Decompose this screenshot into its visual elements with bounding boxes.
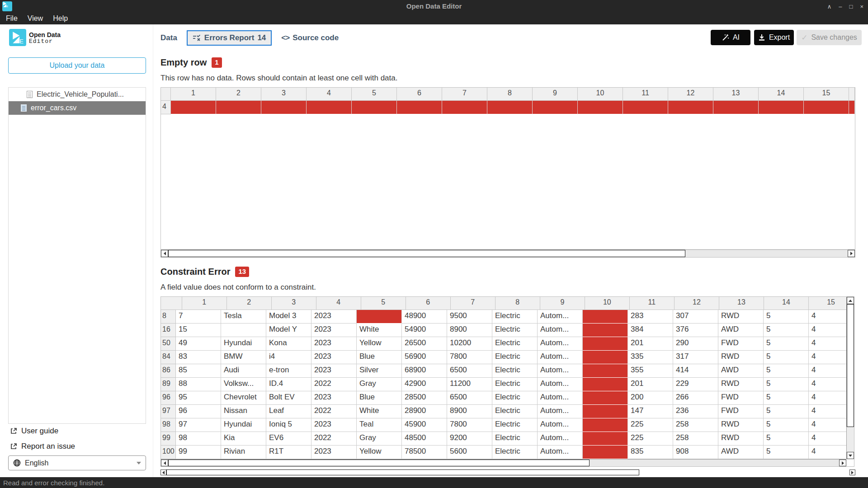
table-cell[interactable]: 88 [176, 378, 221, 391]
table-cell[interactable]: Autom... [538, 432, 583, 446]
table-cell[interactable]: Autom... [538, 418, 583, 432]
table-cell[interactable]: Autom... [538, 337, 583, 351]
close-icon[interactable]: × [860, 4, 863, 9]
table-cell[interactable]: 201 [628, 378, 673, 391]
table-cell[interactable]: 83 [176, 351, 221, 364]
table-cell[interactable]: Autom... [538, 324, 583, 337]
table-cell[interactable]: Gray [357, 378, 402, 391]
table-cell[interactable]: 266 [673, 391, 718, 405]
table-cell[interactable]: Hyundai [221, 337, 266, 351]
table-cell[interactable]: Autom... [538, 391, 583, 405]
error-cell[interactable] [583, 418, 628, 432]
table-cell[interactable]: Ioniq 5 [266, 418, 311, 432]
table-cell[interactable]: 5600 [447, 446, 492, 459]
table-cell[interactable]: Kia [221, 432, 266, 446]
table-cell[interactable]: 56900 [402, 351, 447, 364]
row-header[interactable]: 99 [161, 432, 176, 446]
table-cell[interactable]: Chevrolet [221, 391, 266, 405]
table-cell[interactable]: Electric [492, 446, 538, 459]
table-cell[interactable]: 835 [628, 446, 673, 459]
table-cell[interactable]: 5 [764, 405, 809, 418]
table-cell[interactable]: 2023 [311, 418, 357, 432]
table-cell[interactable]: 225 [628, 418, 673, 432]
scroll-left-button[interactable] [160, 469, 166, 475]
tab-source-code[interactable]: <> Source code [281, 33, 339, 42]
table-cell[interactable]: 9200 [447, 432, 492, 446]
scroll-down-button[interactable] [847, 452, 854, 459]
error-cell[interactable] [216, 101, 261, 114]
table-cell[interactable]: 2022 [311, 432, 357, 446]
column-header[interactable]: 7 [451, 297, 495, 310]
row-header[interactable]: 84 [161, 351, 176, 364]
table-cell[interactable]: Yellow [357, 337, 402, 351]
table-cell[interactable]: Electric [492, 432, 538, 446]
error-cell[interactable] [487, 101, 533, 114]
table-cell[interactable]: 2023 [311, 391, 357, 405]
column-header[interactable]: 6 [397, 88, 442, 101]
column-header[interactable]: 13 [719, 297, 764, 310]
table-cell[interactable]: Hyundai [221, 418, 266, 432]
column-header[interactable]: 3 [272, 297, 316, 310]
column-header[interactable]: 1 [182, 297, 227, 310]
table-cell[interactable]: 414 [673, 364, 718, 378]
table-cell[interactable]: 8900 [447, 324, 492, 337]
table-cell[interactable]: 78500 [402, 446, 447, 459]
table-cell[interactable]: 99 [176, 446, 221, 459]
scroll-left-button[interactable] [161, 460, 168, 466]
table-cell[interactable]: 95 [176, 391, 221, 405]
table-cell[interactable]: 2023 [311, 364, 357, 378]
file-item[interactable]: error_cars.csv [9, 101, 146, 115]
table-cell[interactable]: e-tron [266, 364, 311, 378]
column-header[interactable]: 5 [352, 88, 397, 101]
table-cell[interactable]: 2023 [311, 310, 357, 324]
error-cell[interactable] [849, 101, 855, 114]
row-header[interactable]: 4 [161, 101, 171, 114]
table-cell[interactable]: 5 [764, 418, 809, 432]
table-cell[interactable]: 5 [764, 432, 809, 446]
menu-view[interactable]: View [23, 14, 48, 23]
table-cell[interactable]: 54900 [402, 324, 447, 337]
table-cell[interactable]: Autom... [538, 310, 583, 324]
table-cell[interactable]: Electric [492, 351, 538, 364]
table-cell[interactable]: 2023 [311, 446, 357, 459]
error-cell[interactable] [261, 101, 307, 114]
table-cell[interactable]: 48500 [402, 432, 447, 446]
table-cell[interactable]: Rivian [221, 446, 266, 459]
save-changes-button[interactable]: ✓ Save changes [797, 30, 862, 45]
table-cell[interactable]: BMW [221, 351, 266, 364]
table-cell[interactable]: Electric [492, 337, 538, 351]
table-cell[interactable]: 908 [673, 446, 718, 459]
scroll-right-button[interactable] [848, 250, 855, 257]
error-cell[interactable] [171, 101, 216, 114]
table-cell[interactable]: i4 [266, 351, 311, 364]
column-header[interactable]: 11 [630, 297, 675, 310]
error-cell[interactable] [583, 351, 628, 364]
error-cell[interactable] [397, 101, 442, 114]
table-cell[interactable]: 5 [764, 446, 809, 459]
table-cell[interactable]: 258 [673, 418, 718, 432]
table-cell[interactable]: Autom... [538, 446, 583, 459]
table-cell[interactable]: Leaf [266, 405, 311, 418]
table-cell[interactable]: 28900 [402, 405, 447, 418]
row-header[interactable]: 100 [161, 446, 176, 459]
table-cell[interactable]: 5 [764, 351, 809, 364]
table-cell[interactable]: RWD [718, 378, 764, 391]
column-header[interactable]: 10 [585, 297, 630, 310]
scroll-right-button[interactable] [849, 469, 855, 475]
table-cell[interactable]: 290 [673, 337, 718, 351]
table-cell[interactable]: 201 [628, 337, 673, 351]
table-cell[interactable]: FWD [718, 337, 764, 351]
column-header[interactable]: 12 [675, 297, 719, 310]
error-cell[interactable] [583, 378, 628, 391]
table-cell[interactable]: 355 [628, 364, 673, 378]
table-cell[interactable]: Bolt EV [266, 391, 311, 405]
error-cell[interactable] [583, 337, 628, 351]
menu-help[interactable]: Help [48, 14, 73, 23]
column-header[interactable]: 8 [487, 88, 533, 101]
table-cell[interactable]: 384 [628, 324, 673, 337]
error-cell[interactable] [352, 101, 397, 114]
table-cell[interactable]: 10200 [447, 337, 492, 351]
column-header[interactable]: 9 [540, 297, 585, 310]
error-cell[interactable] [759, 101, 804, 114]
tab-errors-report[interactable]: Errors Report 14 [187, 30, 272, 46]
